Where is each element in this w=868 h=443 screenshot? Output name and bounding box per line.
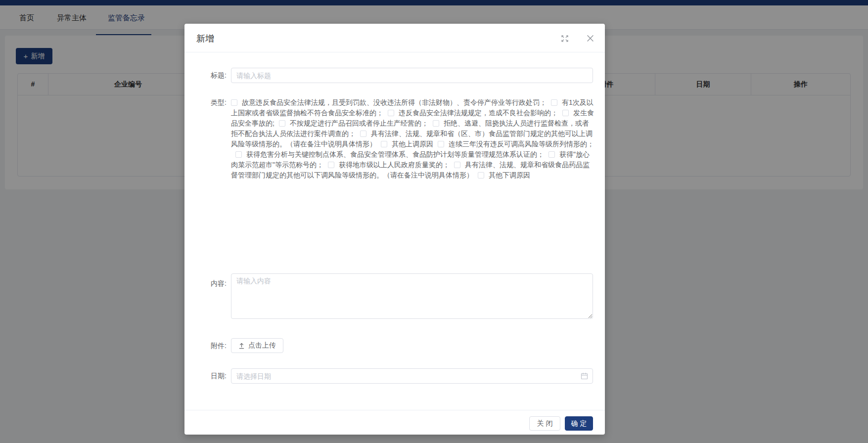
type-option-label: 获得危害分析与关键控制点体系、食品安全管理体系、食品防护计划等质量管理规范体系认…: [246, 150, 544, 158]
checkbox-icon[interactable]: [438, 141, 444, 147]
type-option-7[interactable]: 其他上调原因: [376, 140, 433, 148]
type-option-2[interactable]: 违反食品安全法律法规规定，造成不良社会影响的；: [383, 109, 558, 117]
type-option-label: 违反食品安全法律法规规定，造成不良社会影响的；: [399, 109, 558, 117]
date-picker: [231, 368, 593, 384]
type-option-label: 连续三年没有违反可调高风险等级所列情形的；: [449, 140, 594, 148]
attachment-field-label: 附件:: [184, 338, 227, 353]
checkbox-icon[interactable]: [279, 120, 285, 127]
type-checkbox-group: 故意违反食品安全法律法规，且受到罚款、没收违法所得（非法财物）、责令停产停业等行…: [231, 97, 595, 180]
upload-icon: [238, 343, 245, 349]
type-option-11[interactable]: 获得地市级以上人民政府质量奖的；: [323, 161, 450, 169]
date-field-label: 日期:: [184, 368, 227, 384]
type-option-label: 其他上调原因: [392, 140, 433, 148]
type-option-13[interactable]: 其他下调原因: [473, 171, 530, 179]
title-field-label: 标题:: [184, 68, 227, 83]
dialog-title: 新增: [196, 33, 214, 44]
checkbox-icon[interactable]: [433, 120, 439, 127]
title-input[interactable]: [231, 68, 593, 83]
fullscreen-icon[interactable]: [561, 35, 568, 42]
content-textarea[interactable]: [231, 273, 593, 319]
add-dialog: 新增 标题: 类型: 故意违反食品安全法律法规，且受到罚款、没收违法所得（非法财…: [184, 24, 605, 435]
page: 首页 异常主体 监管备忘录 + 新增 # 企业编号 附件 日期 操作 新增: [0, 0, 868, 443]
checkbox-icon[interactable]: [562, 110, 569, 116]
checkbox-icon[interactable]: [548, 151, 555, 158]
checkbox-icon[interactable]: [360, 131, 366, 137]
type-option-label: 获得地市级以上人民政府质量奖的；: [339, 161, 450, 169]
checkbox-icon[interactable]: [478, 172, 484, 178]
type-option-label: 其他下调原因: [489, 171, 530, 179]
upload-button[interactable]: 点击上传: [231, 338, 283, 353]
type-option-8[interactable]: 连续三年没有违反可调高风险等级所列情形的；: [433, 140, 594, 148]
dialog-footer: 关 闭 确 定: [184, 410, 605, 435]
close-icon[interactable]: [587, 35, 594, 42]
type-option-0[interactable]: 故意违反食品安全法律法规，且受到罚款、没收违法所得（非法财物）、责令停产停业等行…: [231, 98, 547, 106]
type-option-label: 故意违反食品安全法律法规，且受到罚款、没收违法所得（非法财物）、责令停产停业等行…: [242, 98, 547, 106]
checkbox-icon[interactable]: [381, 141, 387, 147]
close-button[interactable]: 关 闭: [529, 416, 560, 431]
content-field-label: 内容:: [184, 278, 227, 289]
date-input[interactable]: [231, 368, 593, 384]
checkbox-icon[interactable]: [235, 151, 242, 158]
checkbox-icon[interactable]: [454, 162, 460, 168]
type-option-4[interactable]: 不按规定进行产品召回或者停止生产经营的；: [274, 119, 428, 127]
confirm-button[interactable]: 确 定: [565, 416, 593, 431]
checkbox-icon[interactable]: [388, 110, 394, 116]
checkbox-icon[interactable]: [231, 99, 237, 106]
checkbox-icon[interactable]: [328, 162, 334, 168]
upload-button-label: 点击上传: [248, 341, 276, 350]
type-field-label: 类型:: [184, 97, 227, 108]
dialog-header: 新增: [184, 24, 605, 52]
checkbox-icon[interactable]: [551, 99, 557, 106]
type-option-9[interactable]: 获得危害分析与关键控制点体系、食品安全管理体系、食品防护计划等质量管理规范体系认…: [231, 150, 544, 158]
type-option-label: 不按规定进行产品召回或者停止生产经营的；: [290, 119, 428, 127]
